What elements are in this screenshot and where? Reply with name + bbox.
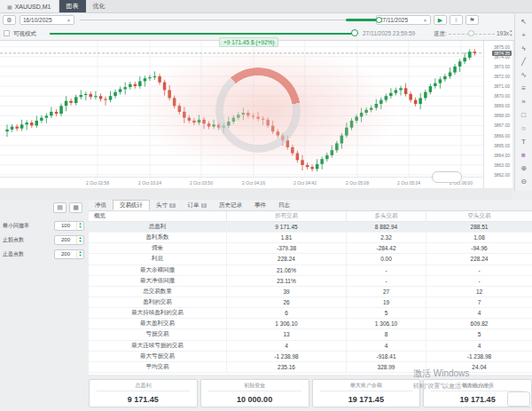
tester-control-bar: ⚙ 16/10/2025 ▼ 27/11/2025 ▼ ▶ ‖ ⚑ — [0, 13, 514, 27]
chevron-down-icon: ▼ — [66, 18, 71, 23]
parameter-stepper[interactable]: 200 ▲▼ — [54, 235, 84, 245]
time-axis[interactable]: 2 Oct 02:582 Oct 03:242 Oct 03:502 Oct 0… — [0, 177, 483, 188]
playback-progress-handle[interactable] — [351, 29, 358, 36]
stats-row[interactable]: 最大连续亏损的交易 4 4 4 — [89, 341, 532, 352]
price-tick-label: 3866.00 — [494, 133, 510, 138]
summary-label: 最大账户余额 — [320, 380, 413, 391]
stepper-arrows-icon[interactable]: ▲▼ — [76, 250, 83, 258]
rectangle-icon[interactable]: □ — [517, 108, 531, 122]
results-tab-历史记录[interactable]: 历史记录 — [213, 200, 248, 210]
chart-area[interactable]: +9 171.45 $ (+92%) — [0, 41, 483, 177]
open-chart-button[interactable]: ⚑ — [466, 15, 479, 25]
playback-progress[interactable] — [50, 33, 355, 35]
parameters-panel: ▤ ▦ 最小回撤率 100 ▲▼ 止损点数 200 ▲▼ 止盈点数 200 ▲▼ — [0, 200, 86, 377]
wave-icon[interactable]: ∿ — [517, 68, 531, 82]
results-tab-交易统计[interactable]: 交易统计 — [113, 200, 150, 210]
price-tick-label: 3873.00 — [494, 64, 510, 69]
zoom-out-icon[interactable]: ⊖ — [517, 175, 531, 188]
lightning-icon[interactable]: ϟ — [517, 42, 531, 55]
trendline-icon[interactable]: ╱ — [517, 55, 531, 68]
history-range-slider[interactable] — [80, 15, 372, 25]
parameter-stepper[interactable]: 100 ▲▼ — [54, 221, 84, 231]
summary-label: 最大账户净值 — [431, 380, 524, 391]
start-date-select[interactable]: 16/10/2025 ▼ — [20, 15, 74, 25]
ellipse-icon[interactable]: ○ — [517, 122, 531, 135]
zoom-in-icon[interactable]: ⊕ — [517, 162, 531, 175]
stat-short: 228.24 — [426, 254, 532, 264]
col-short-trades[interactable]: 空头交易 — [426, 211, 532, 221]
price-tick-label: 3869.00 — [494, 103, 510, 108]
gear-icon: ⚙ — [6, 17, 12, 24]
stats-row[interactable]: 平均交易 235.16 328.99 24.04 — [89, 362, 532, 373]
stat-long: -918.41 — [346, 352, 426, 361]
stats-row[interactable]: 最大净值回撤 23.11% - - — [89, 276, 532, 287]
text-icon[interactable]: T — [517, 135, 531, 148]
stats-row[interactable]: 盈利的交易 26 19 7 — [89, 297, 532, 308]
fibonacci-icon[interactable]: » — [517, 95, 531, 108]
results-tab-净值[interactable]: 净值 — [89, 200, 113, 210]
stats-row[interactable]: 盈利系数 1.81 2.32 1.08 — [89, 233, 532, 243]
speed-slider-handle[interactable] — [468, 30, 474, 36]
parameter-stepper[interactable]: 200 ▲▼ — [54, 249, 84, 259]
stats-row[interactable]: 总盈利 9 171.45 8 882.94 288.51 — [89, 222, 532, 233]
stepper-arrows-icon[interactable]: ▲▼ — [76, 236, 83, 244]
stat-label: 最大连续亏损的交易 — [89, 342, 226, 350]
stats-row[interactable]: 亏损交易 13 8 5 — [89, 329, 532, 340]
load-parameters-button[interactable]: ▦ — [69, 202, 82, 213]
summary-label: 初始资金 — [208, 380, 301, 391]
play-button[interactable]: ▶ — [434, 15, 447, 25]
stats-row[interactable]: 最大盈利交易 1 306.10 1 306.10 609.82 — [89, 319, 532, 329]
save-parameters-button[interactable]: ▤ — [53, 202, 66, 213]
stats-row[interactable]: 最大亏损交易 -1 238.98 -918.41 -1 238.98 — [89, 352, 532, 362]
time-tick-label: 2 Oct 04:42 — [293, 180, 317, 186]
time-tick-label: 2 Oct 04:16 — [242, 180, 265, 186]
tab-graph-label: 图表 — [66, 2, 79, 11]
stats-row[interactable]: 利息 228.24 0.00 228.24 — [89, 254, 532, 265]
stats-row[interactable]: 佣金 -379.38 -284.42 -94.96 — [89, 243, 532, 254]
results-tab-日志[interactable]: 日志 — [272, 200, 296, 210]
stat-long: 4 — [346, 341, 426, 351]
count-badge: 0 — [169, 203, 176, 208]
settings-button[interactable]: ⚙ — [3, 15, 16, 25]
stats-row[interactable]: 总交易数量 39 27 12 — [89, 287, 532, 297]
channel-icon[interactable]: ≡ — [517, 82, 531, 95]
stepper-arrows-icon[interactable]: ▲▼ — [76, 222, 83, 230]
speed-label: 速度: — [434, 30, 447, 38]
end-date-select[interactable]: 27/11/2025 ▼ — [376, 15, 431, 25]
stat-all: 21.06% — [226, 265, 346, 275]
range-handle[interactable] — [376, 17, 382, 23]
stats-row[interactable]: 最大持续盈利的交易 6 5 4 — [89, 308, 532, 319]
results-tab-事件[interactable]: 事件 — [248, 200, 272, 210]
candlestick-chart[interactable] — [0, 41, 483, 177]
stat-label: 最大余额回撤 — [89, 266, 226, 274]
price-tick-label: 3865.00 — [494, 143, 510, 148]
cursor-icon[interactable]: ↖ — [517, 15, 531, 28]
tab-optimization[interactable]: 优化 — [86, 0, 113, 12]
pause-button[interactable]: ‖ — [450, 15, 463, 25]
price-tick-label: 3863.00 — [494, 162, 510, 168]
stat-all: 26 — [226, 297, 346, 307]
stat-short: 4 — [426, 341, 532, 351]
indicator-color-icon[interactable]: ■ — [517, 148, 531, 162]
results-tab-订单[interactable]: 订单0 — [182, 200, 214, 210]
price-axis[interactable]: 3875.003874.003873.003872.003871.003870.… — [483, 41, 512, 188]
range-selected-fill — [346, 19, 378, 21]
count-badge: 0 — [201, 203, 207, 208]
stats-row[interactable]: 最大余额回撤 21.06% - - — [89, 265, 532, 276]
col-all-trades[interactable]: 所有交易 — [226, 211, 346, 221]
price-tick-label: 3868.00 — [494, 113, 510, 118]
pause-icon: ‖ — [455, 17, 458, 23]
visual-mode-checkbox[interactable] — [4, 30, 10, 36]
panel-splitter[interactable] — [0, 188, 512, 200]
col-long-trades[interactable]: 多头交易 — [346, 211, 426, 221]
stat-all: -379.38 — [226, 243, 346, 253]
stats-table-header: 概览 所有交易 多头交易 空头交易 — [89, 211, 532, 222]
results-tab-头寸[interactable]: 头寸0 — [150, 200, 182, 210]
parameter-value: 200 — [55, 237, 76, 242]
tab-symbol-chart[interactable]: ▦ XAUUSD,M1 — [0, 0, 59, 12]
tab-graph[interactable]: 图表 — [59, 0, 86, 12]
speed-stepper[interactable]: ▲▼ — [509, 28, 512, 37]
crosshair-icon[interactable]: + — [517, 28, 531, 42]
tab-label: 订单 — [188, 202, 200, 209]
stat-short: 288.51 — [426, 222, 532, 232]
